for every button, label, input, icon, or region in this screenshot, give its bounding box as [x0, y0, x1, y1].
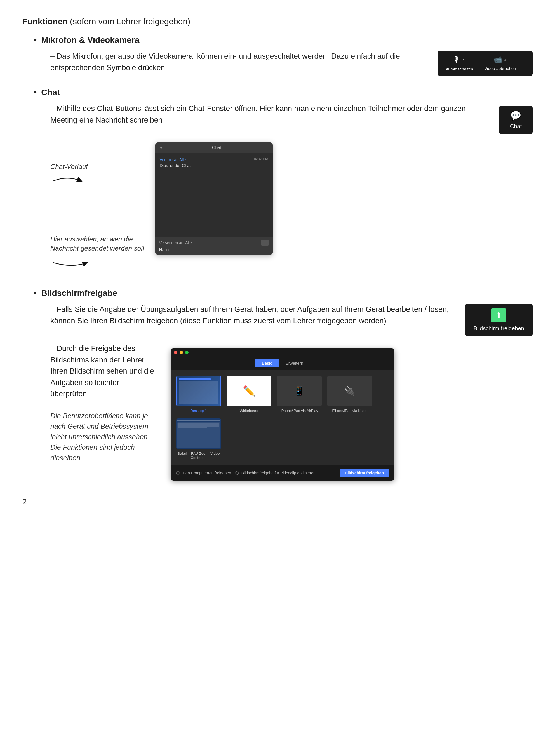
chat-section: Chat Mithilfe des Chat-Buttons lässt sic…: [34, 87, 532, 277]
whiteboard-label: Whiteboard: [240, 409, 258, 413]
page-number: 2: [23, 497, 532, 506]
screen-item-desktop1[interactable]: Desktop 1: [176, 375, 221, 413]
videoclip-label: Bildschirmfreigabe für Videoclip optimie…: [242, 471, 315, 475]
chat-message-text: Dies ist der Chat: [160, 163, 191, 168]
callout-chat-verlauf: Chat-Verlauf: [50, 163, 88, 170]
screen-item-whiteboard[interactable]: ✏️ Whiteboard: [226, 375, 271, 413]
mikrofon-sub: Das Mikrofon, genauso die Videokamera, k…: [50, 51, 532, 76]
bildschirm-button-label: Bildschirm freigeben: [474, 325, 524, 332]
video-icon: 📹: [494, 56, 502, 64]
chat-window: ∨ Chat Von mir an Alle: Dies ist der Cha…: [155, 142, 273, 255]
chat-input-text[interactable]: Hallo: [159, 247, 269, 252]
whiteboard-pencil-icon: ✏️: [243, 385, 255, 397]
section-title-bold: Funktionen: [23, 17, 68, 26]
kabel-icon: 🔌: [344, 386, 355, 396]
chat-footer-to-row: Versenden an: Alle ···: [159, 240, 269, 246]
screen-item-kabel[interactable]: 🔌 iPhone/iPad via Kabel: [327, 375, 372, 413]
chat-label: Chat: [34, 87, 532, 97]
tab-erweitern[interactable]: Erweitern: [279, 359, 310, 367]
section-title: Funktionen (sofern vom Lehrer freigegebe…: [23, 17, 532, 26]
bildschirm-desc1: Falls Sie die Angabe der Übungsaufgaben …: [50, 304, 454, 326]
chat-message: Von mir an Alle: Dies ist der Chat 04:37…: [160, 158, 268, 168]
desktop1-label: Desktop 1: [190, 409, 207, 413]
chat-message-sender: Von mir an Alle:: [160, 158, 268, 162]
share-screen-icon: ⬆: [491, 308, 506, 322]
screenshare-submit-button[interactable]: Bildschirm freigeben: [340, 469, 389, 477]
chat-window-header: ∨ Chat: [155, 142, 273, 153]
callout-send-to: Hier auswählen, an wen die Nachricht ges…: [50, 235, 144, 252]
mikrofon-section: Mikrofon & Videokamera Das Mikrofon, gen…: [34, 35, 532, 76]
bildschirm-sub2: Durch die Freigabe des Bildschirms kann …: [50, 343, 532, 481]
bildschirm-sub1: Falls Sie die Angabe der Übungsaufgaben …: [50, 304, 532, 336]
bildschirm-button-box[interactable]: ⬆ Bildschirm freigeben: [465, 304, 532, 336]
chat-message-time: 04:37 PM: [253, 157, 268, 161]
chat-window-title: Chat: [165, 145, 268, 150]
kabel-label: iPhone/iPad via Kabel: [332, 409, 367, 413]
screenshare-grid: Desktop 1 ✏️ Whiteboard: [171, 370, 394, 465]
bildschirm-note: Die Benutzeroberfläche kann je nach Gerä…: [50, 411, 157, 463]
chat-bubble-icon: 💬: [510, 110, 521, 121]
screen-item-safari[interactable]: Safari – FAU Zoom: Video Confere...: [176, 418, 221, 460]
section-title-rest: (sofern vom Lehrer freigegeben): [68, 17, 190, 26]
airplay-icon: 📱: [294, 386, 305, 396]
chat-header-chevron: ∨: [160, 146, 163, 150]
checkbox-computerton[interactable]: Den Computerton freigeben: [176, 471, 231, 475]
microphone-icon: 🎙: [453, 55, 461, 64]
stummschalten-label: Stummschalten: [444, 66, 473, 71]
airplay-label: iPhone/iPad via AirPlay: [281, 409, 318, 413]
chat-button-box[interactable]: 💬 Chat: [499, 106, 532, 134]
chevron-up-icon: ∧: [462, 58, 465, 62]
safari-label: Safari – FAU Zoom: Video Confere...: [176, 451, 221, 460]
chevron-up2-icon: ∧: [504, 58, 507, 62]
mic-video-box: 🎙 ∧ Stummschalten 📹 ∧ Video abbrechen: [437, 51, 532, 76]
tab-basic[interactable]: Basic: [255, 359, 279, 367]
computerton-label: Den Computerton freigeben: [183, 471, 231, 475]
chat-description: Mithilfe des Chat-Buttons lässt sich ein…: [50, 103, 488, 126]
screenshare-footer: Den Computerton freigeben Bildschirmfrei…: [171, 465, 394, 481]
stummschalten-item: 🎙 ∧ Stummschalten: [444, 55, 473, 71]
window-controls: [171, 349, 394, 356]
chat-footer: Versenden an: Alle ··· Hallo: [155, 237, 273, 255]
maximize-dot: [185, 351, 188, 354]
chat-send-to-label: Versenden an: Alle: [159, 240, 192, 245]
bildschirm-section: Bildschirmfreigabe Falls Sie die Angabe …: [34, 288, 532, 481]
checkbox-videoclip[interactable]: Bildschirmfreigabe für Videoclip optimie…: [235, 471, 315, 475]
close-dot: [174, 351, 177, 354]
screenshare-dialog: Basic Erweitern Desktop 1: [171, 349, 394, 481]
bildschirm-desc2: Durch die Freigabe des Bildschirms kann …: [50, 343, 157, 400]
minimize-dot: [180, 351, 183, 354]
bildschirm-label: Bildschirmfreigabe: [34, 288, 532, 298]
chat-button-label: Chat: [510, 123, 522, 130]
screenshare-header: Basic Erweitern: [171, 356, 394, 370]
mikrofon-label: Mikrofon & Videokamera: [34, 35, 532, 45]
video-item: 📹 ∧ Video abbrechen: [484, 56, 516, 71]
chat-dots-button[interactable]: ···: [261, 240, 269, 246]
screen-item-airplay[interactable]: 📱 iPhone/iPad via AirPlay: [277, 375, 322, 413]
mikrofon-description: Das Mikrofon, genauso die Videokamera, k…: [50, 51, 426, 73]
chat-sub: Mithilfe des Chat-Buttons lässt sich ein…: [50, 103, 532, 277]
chat-messages: Von mir an Alle: Dies ist der Chat 04:37…: [155, 153, 273, 237]
video-label: Video abbrechen: [484, 66, 516, 71]
